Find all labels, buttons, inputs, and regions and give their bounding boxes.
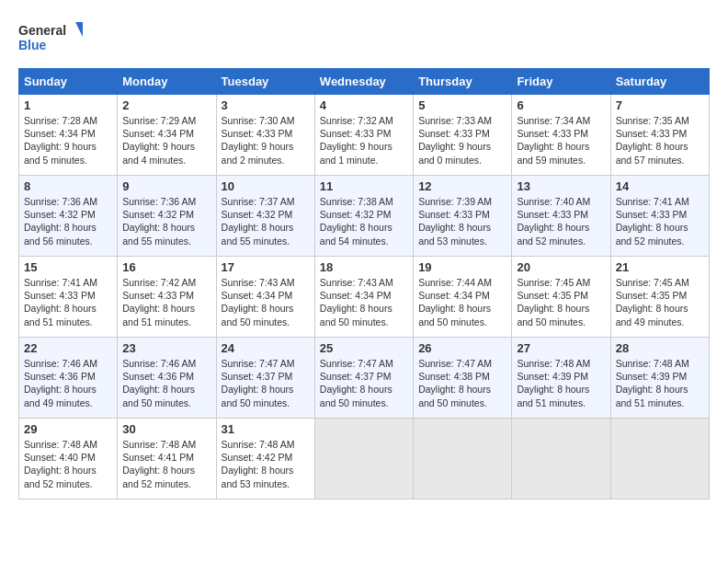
calendar-cell: 23Sunrise: 7:46 AMSunset: 4:36 PMDayligh… — [118, 338, 216, 419]
calendar-cell: 2Sunrise: 7:29 AMSunset: 4:34 PMDaylight… — [118, 95, 216, 176]
day-number: 19 — [418, 260, 506, 274]
day-info: Daylight: 8 hours and 50 minutes. — [517, 302, 605, 327]
day-number: 17 — [222, 260, 310, 274]
logo-svg: General Blue — [18, 18, 83, 59]
day-number: 13 — [517, 179, 605, 193]
day-info: Sunset: 4:34 PM — [222, 289, 310, 302]
day-number: 10 — [222, 179, 310, 193]
calendar-cell — [512, 419, 610, 500]
day-info: Sunrise: 7:28 AM — [24, 114, 112, 127]
day-info: Sunset: 4:33 PM — [517, 208, 605, 221]
day-info: Daylight: 8 hours and 53 minutes. — [418, 221, 506, 247]
day-info: Daylight: 8 hours and 56 minutes. — [24, 221, 112, 247]
day-info: Sunset: 4:33 PM — [122, 289, 210, 302]
day-number: 20 — [517, 260, 605, 274]
calendar-cell: 30Sunrise: 7:48 AMSunset: 4:41 PMDayligh… — [118, 419, 216, 500]
day-info: Sunset: 4:33 PM — [418, 127, 506, 140]
weekday-header-monday: Monday — [118, 69, 216, 95]
day-info: Sunrise: 7:39 AM — [418, 195, 506, 208]
day-info: Daylight: 8 hours and 49 minutes. — [24, 383, 112, 408]
day-info: Sunset: 4:42 PM — [222, 451, 310, 464]
svg-text:General: General — [18, 23, 66, 38]
day-info: Sunrise: 7:29 AM — [122, 114, 210, 127]
day-info: Daylight: 9 hours and 1 minute. — [320, 140, 408, 166]
day-number: 29 — [24, 422, 112, 436]
day-info: Daylight: 8 hours and 51 minutes. — [517, 383, 605, 408]
week-row-2: 8Sunrise: 7:36 AMSunset: 4:32 PMDaylight… — [19, 176, 710, 257]
day-info: Daylight: 8 hours and 52 minutes. — [24, 464, 112, 489]
day-number: 14 — [616, 179, 704, 193]
day-info: Sunrise: 7:45 AM — [616, 276, 704, 289]
day-info: Sunset: 4:33 PM — [418, 208, 506, 221]
week-row-4: 22Sunrise: 7:46 AMSunset: 4:36 PMDayligh… — [19, 338, 710, 419]
day-info: Sunrise: 7:47 AM — [320, 357, 408, 370]
calendar-cell — [314, 419, 413, 500]
day-info: Daylight: 8 hours and 53 minutes. — [222, 464, 310, 489]
weekday-header-sunday: Sunday — [19, 69, 118, 95]
day-info: Daylight: 8 hours and 50 minutes. — [122, 383, 210, 408]
day-info: Sunrise: 7:44 AM — [418, 276, 506, 289]
day-number: 15 — [24, 260, 112, 274]
day-info: Sunrise: 7:48 AM — [122, 438, 210, 451]
day-info: Sunset: 4:41 PM — [122, 451, 210, 464]
calendar-cell: 18Sunrise: 7:43 AMSunset: 4:34 PMDayligh… — [314, 257, 413, 338]
calendar-cell: 28Sunrise: 7:48 AMSunset: 4:39 PMDayligh… — [610, 338, 709, 419]
day-info: Sunrise: 7:41 AM — [616, 195, 704, 208]
day-number: 12 — [418, 179, 506, 193]
weekday-header-wednesday: Wednesday — [314, 69, 413, 95]
day-info: Sunset: 4:33 PM — [222, 127, 310, 140]
week-row-3: 15Sunrise: 7:41 AMSunset: 4:33 PMDayligh… — [19, 257, 710, 338]
day-info: Sunrise: 7:46 AM — [122, 357, 210, 370]
calendar-cell: 11Sunrise: 7:38 AMSunset: 4:32 PMDayligh… — [314, 176, 413, 257]
day-info: Sunrise: 7:37 AM — [222, 195, 310, 208]
calendar-cell: 26Sunrise: 7:47 AMSunset: 4:38 PMDayligh… — [414, 338, 512, 419]
calendar-table: SundayMondayTuesdayWednesdayThursdayFrid… — [18, 68, 710, 500]
calendar-cell: 24Sunrise: 7:47 AMSunset: 4:37 PMDayligh… — [216, 338, 314, 419]
day-info: Sunset: 4:34 PM — [418, 289, 506, 302]
weekday-header-row: SundayMondayTuesdayWednesdayThursdayFrid… — [19, 69, 710, 95]
page-header: General Blue — [18, 18, 710, 59]
calendar-cell: 29Sunrise: 7:48 AMSunset: 4:40 PMDayligh… — [19, 419, 118, 500]
day-info: Sunrise: 7:47 AM — [222, 357, 310, 370]
day-info: Sunset: 4:35 PM — [517, 289, 605, 302]
calendar-cell: 27Sunrise: 7:48 AMSunset: 4:39 PMDayligh… — [512, 338, 610, 419]
day-info: Daylight: 8 hours and 55 minutes. — [222, 221, 310, 247]
calendar-cell: 19Sunrise: 7:44 AMSunset: 4:34 PMDayligh… — [414, 257, 512, 338]
day-info: Daylight: 8 hours and 57 minutes. — [616, 140, 704, 166]
calendar-cell — [414, 419, 512, 500]
day-number: 25 — [320, 341, 408, 355]
calendar-cell: 13Sunrise: 7:40 AMSunset: 4:33 PMDayligh… — [512, 176, 610, 257]
calendar-cell: 9Sunrise: 7:36 AMSunset: 4:32 PMDaylight… — [118, 176, 216, 257]
day-number: 9 — [122, 179, 210, 193]
calendar-cell: 16Sunrise: 7:42 AMSunset: 4:33 PMDayligh… — [118, 257, 216, 338]
svg-marker-2 — [75, 22, 83, 37]
day-info: Sunrise: 7:36 AM — [24, 195, 112, 208]
day-info: Sunset: 4:36 PM — [24, 370, 112, 383]
day-number: 18 — [320, 260, 408, 274]
day-number: 8 — [24, 179, 112, 193]
calendar-cell: 7Sunrise: 7:35 AMSunset: 4:33 PMDaylight… — [610, 95, 709, 176]
day-number: 16 — [122, 260, 210, 274]
day-info: Daylight: 8 hours and 49 minutes. — [616, 302, 704, 327]
day-info: Sunrise: 7:43 AM — [222, 276, 310, 289]
week-row-5: 29Sunrise: 7:48 AMSunset: 4:40 PMDayligh… — [19, 419, 710, 500]
day-info: Sunset: 4:33 PM — [517, 127, 605, 140]
weekday-header-saturday: Saturday — [610, 69, 709, 95]
day-number: 1 — [24, 98, 112, 112]
calendar-cell: 8Sunrise: 7:36 AMSunset: 4:32 PMDaylight… — [19, 176, 118, 257]
day-info: Sunrise: 7:46 AM — [24, 357, 112, 370]
day-info: Daylight: 8 hours and 50 minutes. — [320, 302, 408, 327]
day-info: Daylight: 8 hours and 51 minutes. — [24, 302, 112, 327]
day-info: Daylight: 8 hours and 50 minutes. — [222, 383, 310, 408]
calendar-cell: 21Sunrise: 7:45 AMSunset: 4:35 PMDayligh… — [610, 257, 709, 338]
calendar-cell — [610, 419, 709, 500]
weekday-header-thursday: Thursday — [414, 69, 512, 95]
day-number: 2 — [122, 98, 210, 112]
calendar-cell: 1Sunrise: 7:28 AMSunset: 4:34 PMDaylight… — [19, 95, 118, 176]
day-info: Daylight: 8 hours and 52 minutes. — [122, 464, 210, 489]
day-info: Sunrise: 7:38 AM — [320, 195, 408, 208]
day-number: 30 — [122, 422, 210, 436]
day-info: Sunset: 4:33 PM — [24, 289, 112, 302]
day-number: 23 — [122, 341, 210, 355]
day-info: Daylight: 9 hours and 0 minutes. — [418, 140, 506, 166]
